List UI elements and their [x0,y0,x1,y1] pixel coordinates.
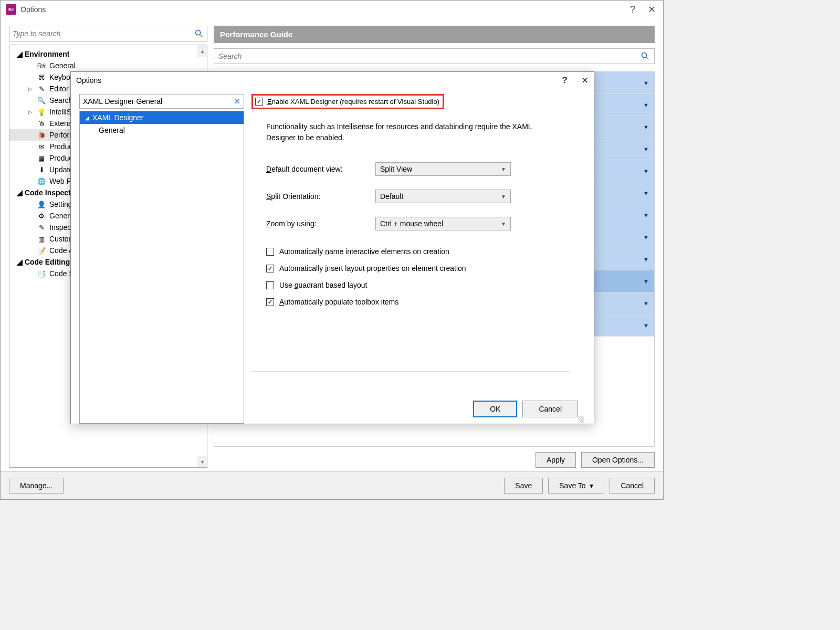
svg-point-0 [196,30,201,35]
mail-icon: ✉ [37,142,46,151]
vs-options-dialog: Options ? ✕ ✕ ◢XAML Designer General Ena… [70,71,594,424]
inner-search-input[interactable] [83,97,234,106]
mag-icon: 🔍 [37,96,46,105]
checkbox-label[interactable]: Automatically insert layout properties o… [279,264,466,272]
scroll-down-icon[interactable]: ▾ [197,456,207,467]
chevron-down-icon: ▼ [643,124,649,130]
annot-icon: 📝 [37,246,46,255]
keys-icon: ⌘ [37,72,46,82]
checkbox[interactable] [266,281,274,289]
default-view-select[interactable]: Split View▼ [375,162,511,176]
inner-main: Enable XAML Designer (requires restart o… [251,94,585,424]
pattern-icon: ▥ [37,234,46,244]
bulb-icon: 💡 [37,107,46,117]
inner-sidebar: ✕ ◢XAML Designer General [79,94,244,424]
chevron-down-icon: ▼ [643,234,649,240]
perf-search-input[interactable] [218,52,640,60]
perf-search[interactable] [214,48,655,64]
share-icon: 📑 [37,269,46,278]
default-view-label: Default document view: [266,165,371,173]
ok-button[interactable]: OK [473,401,517,417]
chevron-down-icon: ▼ [643,146,649,152]
save-button[interactable]: Save [504,478,543,494]
clear-search-icon[interactable]: ✕ [234,97,240,106]
open-options-button[interactable]: Open Options... [581,452,655,468]
resharper-icon: R# [6,4,16,15]
user-icon: 👤 [37,200,46,209]
chevron-down-icon: ▼ [501,221,506,227]
checkbox[interactable] [266,265,274,272]
checkbox[interactable] [266,248,274,256]
svg-line-3 [646,57,649,60]
svg-point-2 [642,53,647,58]
chevron-down-icon: ▼ [501,194,506,200]
gear-icon: ⚙ [37,211,46,220]
inspect-icon: ✎ [37,223,46,232]
download-icon: ⬇ [37,165,46,174]
tree-item[interactable]: R#General [9,60,207,71]
split-orientation-select[interactable]: Default▼ [375,190,511,203]
checkbox-row: Automatically name interactive elements … [266,247,466,256]
tree-item-label: Editor [49,85,69,93]
checkbox-label[interactable]: Automatically name interactive elements … [279,247,449,256]
pencil-icon: ✎ [37,84,46,93]
checkbox-label[interactable]: Use quadrant based layout [279,281,367,289]
checkbox-row: Use quadrant based layout [266,281,466,289]
tree-item-general[interactable]: General [80,124,244,136]
outer-titlebar: R# Options ? ✕ [1,1,663,18]
cancel-button[interactable]: Cancel [610,478,655,494]
svg-line-1 [200,35,203,37]
search-icon [194,29,204,38]
chevron-down-icon: ▼ [643,102,649,108]
outer-bottom-bar: Manage... Save Save To ▾ Cancel [1,471,663,499]
chevron-down-icon: ▼ [643,190,649,196]
cancel-button[interactable]: Cancel [522,401,578,417]
chevron-down-icon: ▼ [643,212,649,218]
tree-group[interactable]: ◢ Environment [9,48,207,60]
outer-title: Options [20,5,46,14]
enable-xaml-designer-checkbox[interactable] [255,98,263,106]
chevron-down-icon: ▼ [643,256,649,262]
chevron-down-icon: ▼ [501,166,506,172]
chevron-down-icon: ▼ [643,322,649,329]
ext-icon: 🖱 [37,119,46,128]
inner-title: Options [76,76,101,85]
split-orientation-label: Split Orientation: [266,192,371,201]
chevron-down-icon: ▼ [643,80,649,86]
enable-xaml-designer-label[interactable]: Enable XAML Designer (requires restart o… [267,98,439,106]
performance-guide-header: Performance Guide [214,26,655,43]
checkbox-label[interactable]: Automatically populate toolbox items [279,298,398,306]
tree-item-xaml-designer[interactable]: ◢XAML Designer [80,111,244,124]
separator [251,371,570,372]
tree-item-label: General [49,61,76,70]
proxy-icon: 🌐 [37,176,46,186]
highlighted-enable-option: Enable XAML Designer (requires restart o… [251,94,444,109]
perf-icon: 🐌 [37,130,46,140]
manage-button[interactable]: Manage... [9,478,64,494]
collapse-icon: ◢ [85,115,89,121]
search-icon [640,51,650,61]
expand-icon: ▷ [28,109,33,115]
apply-button[interactable]: Apply [536,452,576,468]
inner-search[interactable]: ✕ [79,94,244,109]
close-icon[interactable]: ✕ [648,4,656,15]
chevron-down-icon: ▼ [643,278,649,285]
checkbox[interactable] [266,298,274,306]
chevron-down-icon: ▼ [643,168,649,174]
outer-search-input[interactable] [13,29,194,38]
outer-search[interactable] [9,26,207,41]
rsharp-icon: R# [37,61,46,70]
resize-grip-icon[interactable] [578,416,584,423]
inner-tree: ◢XAML Designer General [79,111,244,424]
chevron-down-icon: ▼ [643,300,649,307]
expand-icon: ▷ [28,86,33,92]
inner-titlebar: Options ? ✕ [71,72,594,89]
checkbox-row: Automatically populate toolbox items [266,298,466,306]
zoom-select[interactable]: Ctrl + mouse wheel▼ [375,217,511,230]
zoom-label: Zoom by using: [266,219,371,228]
save-to-button[interactable]: Save To ▾ [548,478,604,494]
help-icon[interactable]: ? [630,4,635,15]
close-icon[interactable]: ✕ [581,75,589,86]
help-icon[interactable]: ? [562,75,568,86]
checkbox-row: Automatically insert layout properties o… [266,264,466,272]
